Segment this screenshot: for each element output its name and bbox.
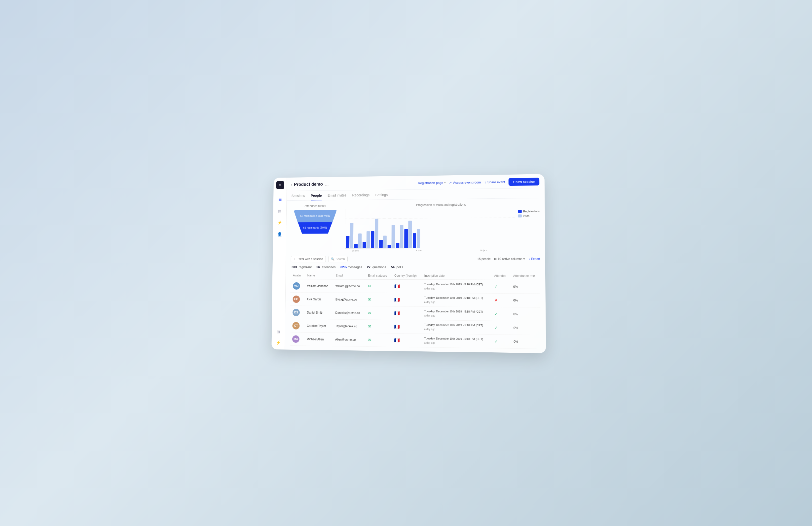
cell-date: Tuesday, December 10th 2019 - 5:18 PM (C… [422, 293, 492, 307]
cell-email: Daniel.s@acme.co [333, 306, 365, 320]
sidebar-icon-menu[interactable]: ☰ [277, 196, 283, 203]
stat-registrant-value: 503 [291, 265, 297, 269]
inscription-date: Tuesday, December 10th 2019 - 5:18 PM (C… [424, 282, 489, 291]
stat-polls-label: polls [396, 265, 403, 269]
col-name: Name [305, 272, 333, 279]
sidebar: ≡ ☰ ▤ ⚡ 👤 ⊞ ⚡ [272, 178, 287, 349]
sidebar-icon-lightning[interactable]: ⚡ [276, 219, 283, 226]
cell-name: William Johnson [305, 279, 333, 293]
col-avatar: Avatar [291, 272, 305, 279]
email-status-icon: ✉ [368, 324, 371, 328]
search-icon: 🔍 [331, 257, 334, 261]
registration-page-link[interactable]: Registration page ▾ [418, 181, 446, 185]
cell-date: Tuesday, December 10th 2019 - 5:18 PM (C… [422, 334, 492, 348]
email-status-icon: ✉ [368, 284, 371, 288]
legend-item: visits [518, 214, 540, 218]
stat-questions-value: 27 [367, 265, 371, 269]
cell-avatar: DS [290, 306, 304, 319]
table-row: WJ William Johnson william.j@acme.co ✉ 🇫… [290, 279, 540, 294]
funnel-title: Attendees funnel [291, 204, 339, 208]
cell-avatar: CT [290, 319, 304, 332]
stat-attendees-label: attendees [322, 265, 336, 269]
sidebar-icon-grid[interactable]: ⊞ [275, 328, 281, 335]
cell-email-status: ✉ [365, 333, 392, 347]
page-title-dots: ... [325, 181, 329, 187]
country-flag: 🇫🇷 [394, 311, 400, 316]
bar-visits [350, 223, 353, 248]
stat-questions-label: questions [373, 265, 386, 269]
attended-icon: ✓ [494, 284, 497, 289]
date-relative: a day ago [424, 301, 435, 303]
legend-item: Registrations [518, 210, 540, 213]
search-box[interactable]: 🔍 Search [328, 256, 347, 262]
access-event-room-link[interactable]: ↗ Access event room [449, 180, 481, 185]
country-flag: 🇫🇷 [394, 283, 400, 289]
bar-x-label: 15 déc. [346, 249, 365, 252]
stat-registrant-label: registrant [299, 265, 312, 269]
funnel-shape: 66 registration page visits 66 registran… [293, 210, 337, 234]
cell-country: 🇫🇷 [392, 279, 422, 293]
sidebar-icon-people[interactable]: 👤 [276, 231, 283, 237]
bar-visits [391, 225, 395, 248]
toolbar-right: 15 people ⊞ 10 active columns ▾ ↓ Export [477, 257, 540, 261]
bar-registrations [396, 243, 399, 248]
app-card: ≡ ☰ ▤ ⚡ 👤 ⊞ ⚡ ‹ Product demo ... Registr… [272, 174, 546, 353]
download-icon: ↓ [528, 257, 530, 261]
inscription-date: Tuesday, December 10th 2019 - 5:18 PM (C… [424, 323, 489, 332]
export-button[interactable]: ↓ Export [528, 257, 540, 261]
access-event-room-label: Access event room [453, 180, 481, 184]
cell-email: Eva.g@acme.co [333, 293, 365, 306]
stat-attendees-value: 56 [316, 265, 320, 269]
people-table: Avatar Name Email Email statuses Country… [290, 272, 541, 349]
bar-chart: Progression of visits and registrations … [345, 202, 540, 252]
col-inscription-date: Inscription date [422, 272, 492, 280]
back-button[interactable]: ‹ [291, 182, 292, 187]
sidebar-icon-sessions[interactable]: ▤ [276, 208, 283, 214]
tab-email-invites[interactable]: Email invites [328, 190, 347, 201]
bar-visits [366, 232, 370, 248]
cell-avatar: EG [290, 293, 305, 306]
cell-rate: 0% [511, 321, 540, 335]
cell-email: Allen@acme.co [333, 333, 365, 347]
bar-visits [408, 221, 412, 248]
tab-people[interactable]: People [311, 191, 322, 201]
cell-avatar: MA [290, 332, 304, 346]
bar-registrations [388, 245, 391, 248]
cell-date: Tuesday, December 10th 2019 - 5:18 PM (C… [422, 320, 492, 335]
bar-chart-inner [345, 208, 515, 248]
bar-group [371, 219, 378, 248]
tab-sessions[interactable]: Sessions [291, 191, 305, 201]
country-flag: 🇫🇷 [394, 297, 400, 302]
new-session-button[interactable]: + new session [509, 178, 539, 186]
cell-attended: ✗ [492, 293, 511, 307]
table-header-row: Avatar Name Email Email statuses Country… [291, 272, 540, 280]
tab-settings[interactable]: Settings [375, 190, 388, 200]
toolbar-left: + + filter with a session 🔍 Search [291, 256, 348, 262]
avatar: DS [292, 309, 300, 316]
cell-country: 🇫🇷 [392, 320, 422, 334]
col-country: Country (from ip) [392, 272, 422, 280]
columns-icon: ⊞ [494, 257, 497, 261]
sidebar-icon-bolt[interactable]: ⚡ [275, 339, 281, 346]
bar-x-label: 5 janv [409, 249, 429, 252]
avatar: CT [292, 322, 300, 329]
stat-messages: 62% messages [340, 265, 362, 269]
page-title: Product demo ... [294, 181, 329, 187]
bar-registrations [404, 229, 408, 248]
cell-attended: ✓ [492, 307, 511, 321]
cell-rate: 0% [511, 335, 541, 349]
funnel-bottom-label: 66 registrants (50%) [296, 226, 334, 230]
share-event-link[interactable]: ↑ Share event [484, 180, 505, 184]
bar-x-label [430, 249, 450, 252]
cell-country: 🇫🇷 [392, 333, 422, 347]
bar-group [388, 225, 395, 248]
cell-email: william.j@acme.co [333, 279, 365, 293]
filter-button[interactable]: + + filter with a session [291, 256, 326, 262]
cell-attended: ✓ [492, 321, 511, 335]
attended-icon: ✓ [494, 325, 498, 330]
columns-button[interactable]: ⊞ 10 active columns ▾ [494, 257, 525, 261]
tab-recordings[interactable]: Recordings [352, 190, 369, 200]
stat-polls: 54 polls [391, 265, 403, 269]
date-relative: a day ago [424, 314, 435, 317]
legend-label: Registrations [523, 210, 540, 213]
